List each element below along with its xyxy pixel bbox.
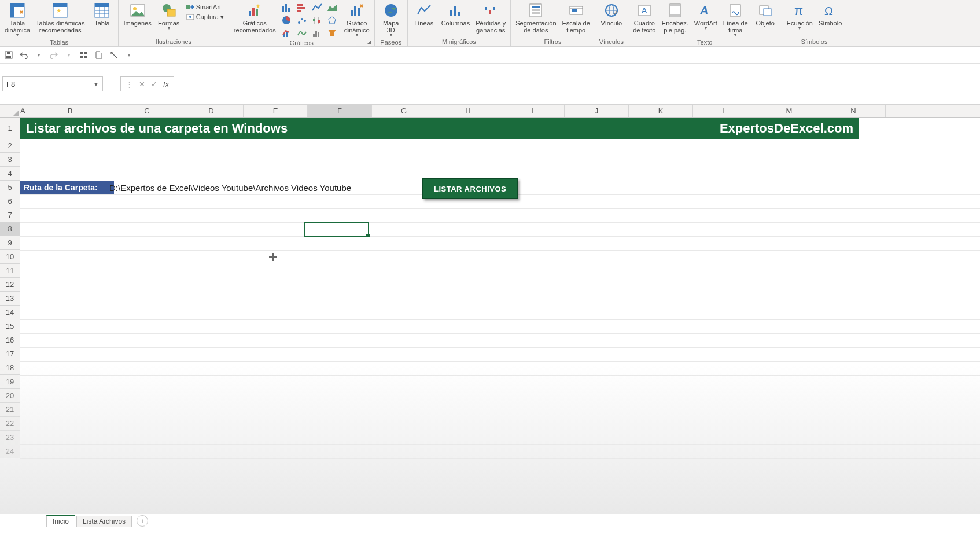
- undo-dropdown-icon[interactable]: ▾: [34, 50, 44, 60]
- hyperlink-button[interactable]: Vínculo: [598, 1, 625, 28]
- row-header[interactable]: 11: [0, 264, 20, 278]
- row-cells[interactable]: Listar archivos de una carpeta en Window…: [20, 118, 980, 139]
- row-header[interactable]: 23: [0, 431, 20, 444]
- recommended-pivot-button[interactable]: Tablas dinámicas recomendadas: [34, 1, 87, 35]
- column-header[interactable]: K: [629, 105, 693, 117]
- chart-radar-icon[interactable]: [326, 15, 338, 25]
- row-header[interactable]: 7: [0, 208, 20, 222]
- column-header[interactable]: E: [244, 105, 308, 117]
- row-header[interactable]: 9: [0, 236, 20, 250]
- slicer-button[interactable]: Segmentación de datos: [513, 1, 558, 35]
- recommended-charts-button[interactable]: Gráficos recomendados: [231, 1, 278, 35]
- row-header[interactable]: 4: [0, 167, 20, 181]
- row-header[interactable]: 19: [0, 375, 20, 389]
- column-header[interactable]: A: [20, 105, 25, 117]
- chart-area-icon[interactable]: [326, 2, 338, 13]
- row-header[interactable]: 5: [0, 181, 20, 194]
- pivot-chart-button[interactable]: Gráfico dinámico ▾: [342, 1, 372, 39]
- column-header[interactable]: J: [565, 105, 629, 117]
- row-cells[interactable]: [20, 306, 980, 320]
- cancel-formula-icon[interactable]: ✕: [139, 80, 145, 89]
- column-header[interactable]: C: [115, 105, 179, 117]
- symbol-button[interactable]: Ω Símbolo: [816, 1, 844, 28]
- chart-surface-icon[interactable]: [296, 28, 308, 38]
- row-cells[interactable]: [20, 236, 980, 251]
- row-cells[interactable]: [20, 444, 980, 459]
- qat-touch-icon[interactable]: [109, 50, 119, 60]
- pivot-table-button[interactable]: Tabla dinámica ▾: [2, 1, 32, 39]
- row-cells[interactable]: [20, 347, 980, 362]
- accept-formula-icon[interactable]: ✓: [151, 80, 157, 89]
- chart-line-icon[interactable]: [311, 2, 323, 13]
- row-header[interactable]: 15: [0, 319, 20, 333]
- chart-stock-icon[interactable]: [311, 15, 323, 25]
- sparkline-column-button[interactable]: Columnas: [439, 1, 473, 28]
- row-header[interactable]: 24: [0, 444, 20, 458]
- chart-column-icon[interactable]: [281, 2, 293, 13]
- row-header[interactable]: 14: [0, 306, 20, 319]
- name-box[interactable]: F8 ▼: [2, 76, 103, 91]
- column-header[interactable]: N: [821, 105, 886, 117]
- row-header[interactable]: 17: [0, 347, 20, 361]
- chevron-down-icon[interactable]: ▼: [93, 81, 99, 87]
- folder-path-cell[interactable]: D:\Expertos de Excel\Videos Youtube\Arch…: [109, 181, 351, 194]
- row-header[interactable]: 12: [0, 278, 20, 292]
- sparkline-winloss-button[interactable]: Pérdidas y ganancias: [473, 1, 508, 35]
- row-cells[interactable]: [20, 264, 980, 278]
- row-cells[interactable]: [20, 292, 980, 306]
- row-header[interactable]: 18: [0, 361, 20, 375]
- images-button[interactable]: Imágenes: [121, 1, 153, 28]
- chart-bar-icon[interactable]: [296, 2, 308, 13]
- row-cells[interactable]: [20, 333, 980, 348]
- sheet-tab-active[interactable]: Inicio: [46, 515, 75, 527]
- row-header[interactable]: 10: [0, 250, 20, 264]
- row-header[interactable]: 16: [0, 333, 20, 347]
- qat-grid-icon[interactable]: [79, 50, 89, 60]
- qat-newfile-icon[interactable]: [94, 50, 104, 60]
- row-header[interactable]: 1: [0, 118, 20, 139]
- row-cells[interactable]: [20, 375, 980, 389]
- redo-dropdown-icon[interactable]: ▾: [64, 50, 74, 60]
- wordart-button[interactable]: A WordArt ▾: [692, 1, 720, 32]
- chart-funnel-icon[interactable]: [326, 28, 338, 38]
- row-header[interactable]: 13: [0, 292, 20, 306]
- object-button[interactable]: Objeto: [751, 1, 779, 28]
- row-cells[interactable]: [20, 208, 980, 223]
- column-header[interactable]: G: [372, 105, 436, 117]
- row-header[interactable]: 8: [0, 222, 20, 236]
- equation-button[interactable]: π Ecuación ▾: [784, 1, 815, 32]
- table-button[interactable]: Tabla: [88, 1, 116, 28]
- row-cells[interactable]: [20, 319, 980, 334]
- smartart-button[interactable]: SmartArt: [185, 2, 222, 12]
- redo-icon[interactable]: [49, 50, 59, 60]
- row-cells[interactable]: [20, 222, 980, 237]
- row-cells[interactable]: [20, 403, 980, 417]
- row-header[interactable]: 3: [0, 153, 20, 167]
- column-header[interactable]: D: [179, 105, 244, 117]
- row-header[interactable]: 2: [0, 139, 20, 153]
- select-all-corner[interactable]: [0, 105, 20, 117]
- map3d-button[interactable]: Mapa 3D ▾: [377, 1, 405, 39]
- row-header[interactable]: 22: [0, 417, 20, 431]
- column-header[interactable]: F: [308, 105, 372, 117]
- chart-combo-icon[interactable]: [281, 28, 293, 38]
- textbox-button[interactable]: A Cuadro de texto: [631, 1, 658, 35]
- dialog-launcher-icon[interactable]: ◢: [366, 38, 373, 45]
- active-cell[interactable]: [304, 222, 369, 237]
- column-header[interactable]: M: [757, 105, 821, 117]
- column-header[interactable]: L: [693, 105, 757, 117]
- signature-line-button[interactable]: Línea de firma ▾: [721, 1, 750, 39]
- column-header[interactable]: H: [436, 105, 500, 117]
- row-cells[interactable]: [20, 139, 980, 153]
- new-sheet-button[interactable]: ＋: [137, 515, 148, 527]
- row-cells[interactable]: [20, 194, 980, 209]
- row-header[interactable]: 20: [0, 389, 20, 403]
- sparkline-line-button[interactable]: Líneas: [410, 1, 438, 28]
- column-header[interactable]: I: [500, 105, 565, 117]
- row-cells[interactable]: [20, 431, 980, 445]
- shapes-button[interactable]: Formas ▾: [155, 1, 183, 32]
- row-cells[interactable]: [20, 250, 980, 264]
- column-header[interactable]: B: [25, 105, 115, 117]
- row-cells[interactable]: [20, 361, 980, 376]
- row-cells[interactable]: [20, 389, 980, 403]
